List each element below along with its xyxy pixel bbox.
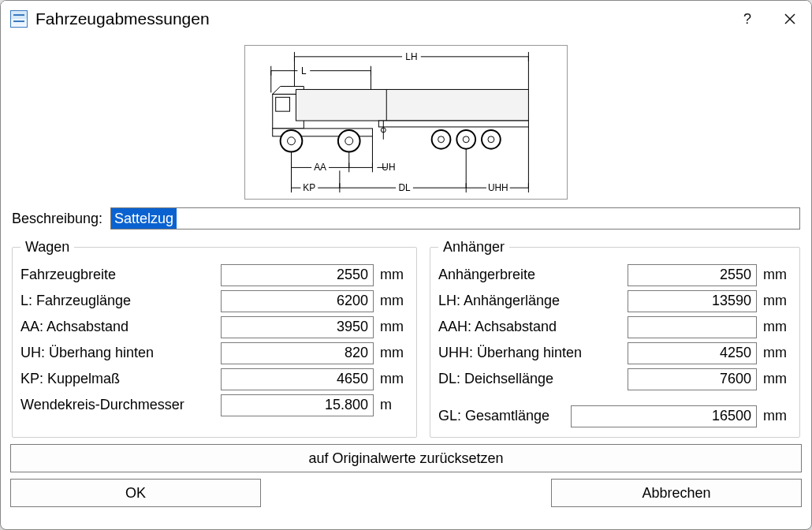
close-button[interactable] xyxy=(769,4,811,34)
window-title: Fahrzeugabmessungen xyxy=(35,9,726,28)
label-dl: DL: Deichsellänge xyxy=(438,371,628,387)
unit-uh: mm xyxy=(374,345,408,361)
unit-anhaengerbreite: mm xyxy=(757,267,792,283)
input-anhaengerbreite[interactable] xyxy=(628,264,757,286)
svg-point-33 xyxy=(463,136,469,143)
input-kp[interactable] xyxy=(221,368,374,390)
app-icon xyxy=(10,10,28,28)
label-aah: AAH: Achsabstand xyxy=(438,319,628,335)
label-aa: AA: Achsabstand xyxy=(20,319,221,335)
legend-anhaenger: Anhänger xyxy=(438,239,509,256)
svg-point-29 xyxy=(345,137,353,145)
legend-wagen: Wagen xyxy=(20,239,74,256)
group-wagen: Wagen Fahrzeugbreite mm L: Fahrzeuglänge… xyxy=(12,239,417,438)
label-kp: KP: Kuppelmaß xyxy=(20,371,221,387)
diagram-row: LH LH L xyxy=(9,42,803,200)
dialog-content: LH LH L xyxy=(1,37,811,529)
svg-rect-19 xyxy=(276,97,290,111)
label-lh: LH: Anhängerlänge xyxy=(438,293,628,309)
svg-text:DL: DL xyxy=(398,182,411,193)
input-fahrzeuglaenge[interactable] xyxy=(221,290,374,312)
unit-kp: mm xyxy=(374,371,408,387)
input-aa[interactable] xyxy=(221,316,374,338)
titlebar: Fahrzeugabmessungen ? xyxy=(1,1,811,37)
unit-aa: mm xyxy=(374,319,408,335)
description-label: Beschreibung: xyxy=(12,211,102,227)
reset-button[interactable]: auf Originalwerte zurücksetzen xyxy=(10,444,802,472)
unit-lh: mm xyxy=(757,293,792,309)
label-fahrzeugbreite: Fahrzeugbreite xyxy=(20,267,221,283)
svg-text:LH: LH xyxy=(405,51,417,62)
input-uhh[interactable] xyxy=(628,342,757,364)
groups-row: Wagen Fahrzeugbreite mm L: Fahrzeuglänge… xyxy=(9,234,803,439)
svg-text:UHH: UHH xyxy=(488,182,508,193)
svg-point-31 xyxy=(438,136,445,143)
vehicle-diagram: LH LH L xyxy=(244,45,568,200)
input-gl[interactable] xyxy=(571,405,757,427)
input-dl[interactable] xyxy=(628,368,757,390)
svg-text:KP: KP xyxy=(303,182,315,193)
svg-point-27 xyxy=(288,137,296,145)
svg-rect-23 xyxy=(378,121,528,127)
svg-text:AA: AA xyxy=(314,162,326,173)
svg-point-35 xyxy=(488,136,494,143)
close-icon xyxy=(784,13,795,24)
label-anhaengerbreite: Anhängerbreite xyxy=(438,267,628,283)
description-input[interactable] xyxy=(110,207,800,230)
description-row: Beschreibung: Sattelzug xyxy=(9,203,803,231)
unit-aah: mm xyxy=(757,319,792,335)
unit-fahrzeugbreite: mm xyxy=(374,267,408,283)
input-aah[interactable] xyxy=(628,316,757,338)
label-wendekreis: Wendekreis-Durchmesser xyxy=(20,397,221,413)
cancel-button[interactable]: Abbrechen xyxy=(551,479,802,507)
label-uhh: UHH: Überhang hinten xyxy=(438,345,628,361)
svg-text:L: L xyxy=(301,65,307,77)
label-uh: UH: Überhang hinten xyxy=(20,345,221,361)
input-fahrzeugbreite[interactable] xyxy=(221,264,374,286)
unit-dl: mm xyxy=(757,371,792,387)
svg-text:UH: UH xyxy=(382,162,395,173)
help-button[interactable]: ? xyxy=(726,4,769,34)
button-row-spacer xyxy=(270,479,542,507)
input-wendekreis[interactable] xyxy=(221,394,374,416)
group-anhaenger: Anhänger Anhängerbreite mm LH: Anhängerl… xyxy=(430,239,800,438)
unit-wendekreis: m xyxy=(374,397,408,413)
unit-gl: mm xyxy=(757,408,792,424)
ok-button[interactable]: OK xyxy=(10,479,261,507)
label-gl: GL: Gesamtlänge xyxy=(438,408,571,424)
unit-uhh: mm xyxy=(757,345,792,361)
input-lh[interactable] xyxy=(628,290,757,312)
unit-fahrzeuglaenge: mm xyxy=(374,293,408,309)
input-uh[interactable] xyxy=(221,342,374,364)
dialog-window: Fahrzeugabmessungen ? LH LH xyxy=(0,0,812,530)
svg-rect-21 xyxy=(296,89,528,121)
label-fahrzeuglaenge: L: Fahrzeuglänge xyxy=(20,293,221,309)
